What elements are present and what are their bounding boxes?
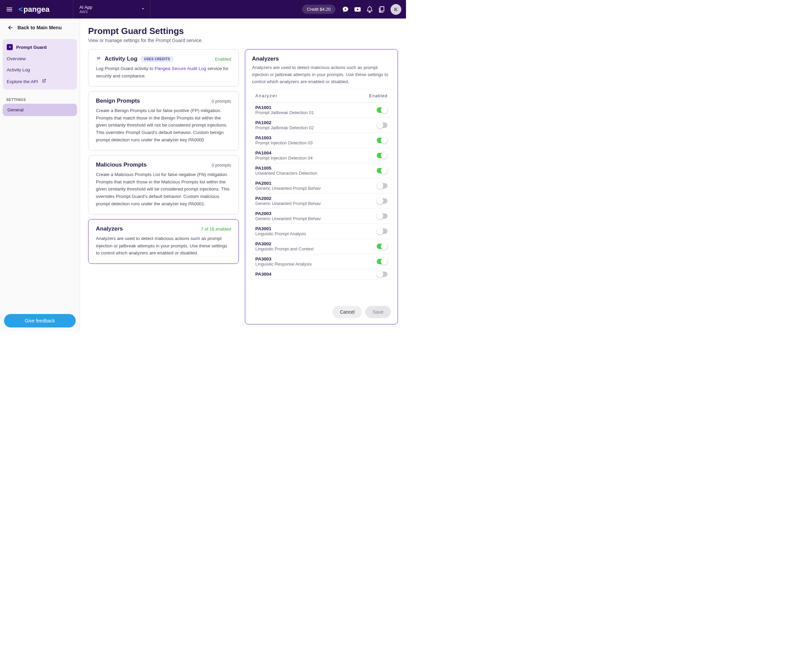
card-count: 0 prompts [211,99,231,103]
sidebar-item-prompt-guard[interactable]: Prompt Guard [3,41,77,53]
credit-badge[interactable]: Credit $4.20 [302,5,335,14]
analyzers-table[interactable]: Analyzer Enabled PA1001Prompt Jailbreak … [252,89,396,301]
analyzer-name: Generic Unwanted Prompt Behavior [255,201,321,206]
feedback-button[interactable]: Give feedback [4,314,76,327]
analyzer-name: Prompt Jailbreak Detection 01 [255,110,314,115]
table-row: PA2001Generic Unwanted Prompt Behavior [252,178,391,194]
panel-desc: Analyzers are used to detect malicious a… [252,64,397,86]
col-enabled: Enabled [369,93,387,98]
analyzer-info: PA1004Prompt Injection Detection 04 [255,150,313,160]
analyzers-panel: Analyzers Analyzers are used to detect m… [245,49,398,324]
analyzer-id: PA1005 [255,166,317,171]
analyzer-info: PA2001Generic Unwanted Prompt Behavior [255,181,321,191]
back-label: Back to Main Menu [18,25,61,30]
nav-group: Prompt Guard Overview Activity Log Explo… [3,39,77,89]
topbar: < pangea AI App AWS Credit $4.20 K [0,0,406,18]
project-selector[interactable]: AI App AWS [73,0,150,18]
card-desc: Create a Malicious Prompts List for fals… [96,171,231,207]
logo-text: pangea [24,5,50,14]
card-desc: Analyzers are used to detect malicious a… [96,235,231,257]
card-status: Enabled [215,57,231,61]
table-row: PA1003Prompt Injection Detection 03 [252,133,391,148]
analyzer-id: PA3004 [255,272,271,277]
table-row: PA3001Linguistic Prompt Analysis [252,224,391,239]
enable-toggle[interactable] [377,123,387,128]
avatar[interactable]: K [391,4,401,15]
back-link[interactable]: Back to Main Menu [0,18,80,36]
sidebar-item-label: Prompt Guard [16,45,47,50]
menu-button[interactable] [0,6,18,13]
analyzer-name: Prompt Injection Detection 03 [255,140,313,146]
enable-toggle[interactable] [377,272,387,277]
analyzer-id: PA1004 [255,150,313,155]
sidebar-item-explore-api[interactable]: Explore the API [3,75,77,87]
video-button[interactable] [352,3,363,16]
swap-icon [96,55,101,62]
enable-toggle[interactable] [377,107,387,113]
svg-point-0 [345,8,346,10]
page-title: Prompt Guard Settings [88,26,398,36]
analyzer-id: PA1001 [255,105,314,110]
analyzer-name: Generic Unwanted Prompt Behavior [255,186,321,191]
cancel-button[interactable]: Cancel [333,306,362,318]
enable-toggle[interactable] [377,137,387,143]
save-button[interactable]: Save [365,306,391,318]
card-title: Activity Log [105,55,137,62]
col-analyzer: Analyzer [255,93,278,98]
table-row: PA1001Prompt Jailbreak Detection 01 [252,103,391,118]
chevron-down-icon [140,6,145,13]
analyzer-info: PA1005Unwanted Characters Detection [255,166,317,176]
analyzer-info: PA3003Linguistic Response Analysis [255,256,312,267]
enable-toggle[interactable] [377,244,387,249]
docs-button[interactable] [376,3,388,16]
table-row: PA1005Unwanted Characters Detection [252,163,391,178]
card-malicious-prompts[interactable]: Malicious Prompts 0 prompts Create a Mal… [88,155,239,214]
logo[interactable]: < pangea [18,5,50,14]
chat-button[interactable] [339,3,352,16]
card-analyzers[interactable]: Analyzers 7 of 16 enabled Analyzers are … [88,219,239,264]
analyzer-name: Prompt Jailbreak Detection 02 [255,125,314,130]
analyzer-name: Unwanted Characters Detection [255,171,317,176]
analyzer-info: PA2002Generic Unwanted Prompt Behavior [255,196,321,206]
enable-toggle[interactable] [377,183,387,188]
enable-toggle[interactable] [377,168,387,173]
analyzer-name: Linguistic Prompt Analysis [255,231,306,236]
card-title: Malicious Prompts [96,162,147,168]
analyzer-name: Linguistic Prompt and Context [255,246,313,251]
enable-toggle[interactable] [377,198,387,204]
analyzer-id: PA2001 [255,181,321,186]
card-title: Benign Prompts [96,98,140,104]
arrow-left-icon [7,24,13,31]
sidebar: Back to Main Menu Prompt Guard Overview … [0,18,80,332]
enable-toggle[interactable] [377,228,387,234]
main-content: Prompt Guard Settings View or manage set… [80,18,406,332]
analyzer-id: PA1003 [255,135,313,140]
table-row: PA1002Prompt Jailbreak Detection 02 [252,118,391,133]
project-name: AI App [79,5,144,10]
card-desc: Log Prompt Guard activity to Pangea Secu… [96,65,231,79]
uses-credits-badge: USES CREDITS [140,56,174,62]
analyzer-id: PA3003 [255,256,312,262]
audit-log-link[interactable]: Pangea Secure Audit Log [155,66,206,71]
analyzer-id: PA2002 [255,196,321,201]
notifications-button[interactable] [363,3,376,16]
sidebar-item-activity-log[interactable]: Activity Log [3,64,77,75]
table-row: PA2002Generic Unwanted Prompt Behavior [252,194,391,209]
logo-angle-icon: < [18,5,23,14]
sparkle-icon [7,44,13,50]
analyzer-info: PA2003Generic Unwanted Prompt Behavior [255,211,321,221]
card-benign-prompts[interactable]: Benign Prompts 0 prompts Create a Benign… [88,91,239,150]
card-title: Analyzers [96,225,123,232]
project-sub: AWS [79,10,144,14]
card-desc: Create a Benign Prompts List for false p… [96,107,231,143]
enable-toggle[interactable] [377,213,387,219]
sidebar-item-label: Explore the API [7,79,38,84]
enable-toggle[interactable] [377,153,387,158]
card-activity-log[interactable]: Activity Log USES CREDITS Enabled Log Pr… [88,49,239,86]
sidebar-item-overview[interactable]: Overview [3,53,77,64]
enable-toggle[interactable] [377,259,387,264]
table-header: Analyzer Enabled [252,89,391,103]
table-row: PA3004 [252,269,391,280]
sidebar-item-general[interactable]: General [3,103,77,116]
analyzer-info: PA1001Prompt Jailbreak Detection 01 [255,105,314,115]
